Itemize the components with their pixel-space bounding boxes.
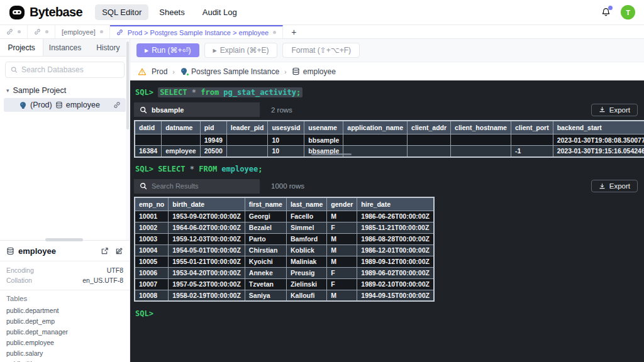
table-cell[interactable]: 20500 — [200, 146, 226, 157]
table-cell[interactable]: 10003 — [135, 233, 169, 244]
run-button[interactable]: ▶ Run (⌘+⏎) — [136, 43, 199, 57]
table-cell[interactable]: 1989-06-02T00:00:00Z — [357, 267, 434, 278]
table-cell[interactable] — [343, 146, 408, 157]
table-cell[interactable]: employee — [162, 146, 200, 157]
table-cell[interactable]: F — [327, 222, 357, 233]
table-cell[interactable]: Georgi — [245, 211, 286, 222]
table-cell[interactable]: Anneke — [245, 267, 286, 278]
table-cell[interactable]: 10007 — [135, 278, 169, 290]
table-cell[interactable] — [343, 134, 408, 146]
table-cell[interactable] — [226, 146, 268, 157]
table-cell[interactable]: Parto — [245, 233, 286, 244]
table-cell[interactable]: 1986-08-28T00:00:00Z — [357, 233, 434, 244]
column-header-hire_date[interactable]: hire_date — [357, 197, 434, 211]
table-cell[interactable]: 1986-12-01T00:00:00Z — [357, 244, 434, 256]
table-cell[interactable]: 10005 — [135, 256, 169, 267]
table-cell[interactable]: Saniya — [245, 290, 286, 301]
column-header-usesysid[interactable]: usesysid — [268, 121, 304, 134]
table-cell[interactable]: Zielinski — [286, 278, 326, 290]
result-table-2[interactable]: emp_nobirth_datefirst_namelast_namegende… — [134, 197, 644, 302]
table-cell[interactable] — [226, 134, 268, 146]
table-cell[interactable]: 2023-01-30T19:15:16.054246+08:00 — [553, 146, 644, 157]
scrollbar-thumb[interactable] — [126, 41, 129, 129]
table-cell[interactable]: Kalloufi — [286, 290, 326, 301]
table-cell[interactable] — [408, 134, 451, 146]
table-cell[interactable]: F — [327, 267, 357, 278]
column-header-last_name[interactable]: last_name — [286, 197, 326, 211]
table-row[interactable]: 100081958-02-19T00:00:00ZSaniyaKalloufiM… — [135, 290, 434, 301]
sql-terminal[interactable]: SQL> SELECT * from pg_stat_activity; 2 r… — [130, 80, 644, 362]
tab-instances[interactable]: Instances — [43, 39, 86, 56]
horizontal-scrollbar-thumb[interactable] — [311, 153, 352, 155]
database-crumb[interactable]: employee — [292, 67, 336, 76]
table-item-employee[interactable]: public.employee — [0, 337, 130, 348]
column-header-first_name[interactable]: first_name — [245, 197, 286, 211]
table-cell[interactable] — [162, 134, 200, 146]
nav-audit-log[interactable]: Audit Log — [196, 4, 244, 20]
result-search-input-2[interactable] — [152, 182, 246, 190]
table-cell[interactable]: Chirstian — [245, 244, 286, 256]
table-cell[interactable]: 10 — [268, 134, 304, 146]
result-search-1[interactable] — [134, 102, 260, 117]
table-row[interactable]: 100061953-04-20T00:00:00ZAnnekePreusigF1… — [135, 267, 434, 278]
nav-sql-editor[interactable]: SQL Editor — [95, 4, 148, 20]
external-link-icon[interactable] — [101, 247, 109, 255]
table-item-dept-manager[interactable]: public.dept_manager — [0, 326, 130, 337]
column-header-gender[interactable]: gender — [327, 197, 357, 211]
table-cell[interactable]: Facello — [286, 211, 326, 222]
table-cell[interactable]: M — [327, 244, 357, 256]
table-cell[interactable]: Bamford — [286, 233, 326, 244]
table-cell[interactable]: 10001 — [135, 211, 169, 222]
column-header-emp_no[interactable]: emp_no — [135, 197, 169, 211]
tree-item-sample-project[interactable]: ▾ Sample Project — [4, 83, 126, 98]
table-row[interactable]: 100051955-01-21T00:00:00ZKyoichiMaliniak… — [135, 256, 434, 267]
table-cell[interactable]: 19949 — [200, 134, 226, 146]
table-cell[interactable]: 10008 — [135, 290, 169, 301]
column-header-birth_date[interactable]: birth_date — [169, 197, 245, 211]
table-cell[interactable]: 10002 — [135, 222, 169, 233]
table-cell[interactable]: M — [327, 233, 357, 244]
column-header-application_name[interactable]: application_name — [343, 121, 408, 134]
table-cell[interactable] — [135, 134, 162, 146]
tree-item-employee-db[interactable]: (Prod) employee — [4, 98, 126, 112]
link-icon[interactable] — [113, 101, 121, 109]
table-cell[interactable]: Bezalel — [245, 222, 286, 233]
table-row[interactable]: 100071957-05-23T00:00:00ZTzvetanZielinsk… — [135, 278, 434, 290]
table-item-salary[interactable]: public.salary — [0, 348, 130, 358]
table-cell[interactable]: 1994-09-15T00:00:00Z — [357, 290, 434, 301]
table-cell[interactable]: bbsample — [304, 146, 343, 157]
table-cell[interactable]: 10 — [268, 146, 304, 157]
edit-icon[interactable] — [115, 247, 123, 255]
table-row[interactable]: 100031959-12-03T00:00:00ZPartoBamfordM19… — [135, 233, 434, 244]
column-header-backend_start[interactable]: backend_start — [553, 121, 644, 134]
table-row[interactable]: 100021964-06-02T00:00:00ZBezalelSimmelF1… — [135, 222, 434, 233]
table-row[interactable]: 100041954-05-01T00:00:00ZChirstianKoblic… — [135, 244, 434, 256]
sidebar-scrollbar[interactable] — [126, 39, 130, 240]
table-cell[interactable]: Maliniak — [286, 256, 326, 267]
explain-button[interactable]: ▶ Explain (⌘+E) — [204, 43, 278, 58]
bytebase-logo[interactable]: Bytebase — [9, 4, 82, 21]
export-button-1[interactable]: Export — [591, 104, 638, 116]
notifications-button[interactable] — [601, 7, 611, 18]
table-cell[interactable] — [451, 146, 511, 157]
environment-label[interactable]: Prod — [152, 67, 167, 76]
sql-query-2[interactable]: SELECT * FROM employee; — [158, 165, 262, 173]
editor-tab-1[interactable] — [0, 25, 28, 38]
export-button-2[interactable]: Export — [591, 180, 638, 192]
editor-tab-employee[interactable]: [employee] — [55, 25, 110, 38]
table-cell[interactable]: Koblick — [286, 244, 326, 256]
table-cell[interactable]: 1953-04-20T00:00:00Z — [169, 267, 245, 278]
column-header-pid[interactable]: pid — [200, 121, 226, 134]
table-cell[interactable]: 16384 — [135, 146, 162, 157]
column-header-usename[interactable]: usename — [304, 121, 343, 134]
table-cell[interactable]: bbsample — [304, 134, 343, 146]
table-cell[interactable]: 1953-09-02T00:00:00Z — [169, 211, 245, 222]
table-cell[interactable]: 10004 — [135, 244, 169, 256]
column-header-leader_pid[interactable]: leader_pid — [226, 121, 268, 134]
panel-resize-handle[interactable] — [45, 238, 83, 241]
editor-tab-active[interactable]: Prod > Postgres Sample Instance > employ… — [110, 25, 283, 38]
table-cell[interactable]: 1958-02-19T00:00:00Z — [169, 290, 245, 301]
table-item-title[interactable]: public.title — [0, 358, 130, 362]
table-cell[interactable]: Kyoichi — [245, 256, 286, 267]
table-cell[interactable]: 10006 — [135, 267, 169, 278]
